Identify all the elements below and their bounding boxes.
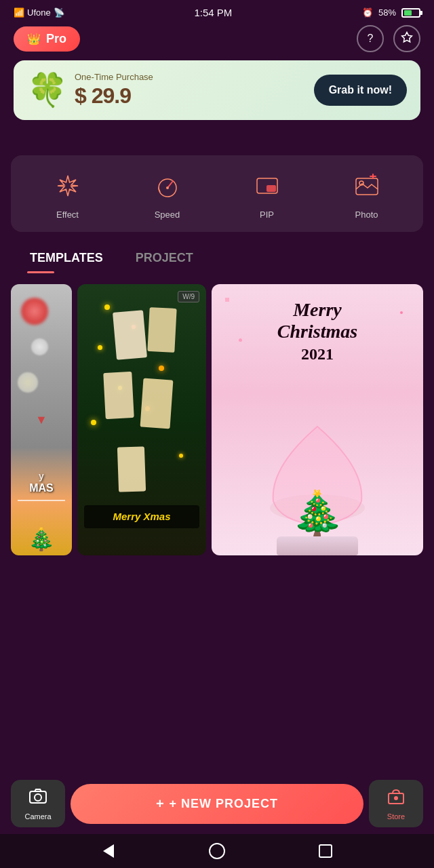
plus-icon: + <box>156 796 164 812</box>
action-effect[interactable]: Effect <box>50 167 86 220</box>
photo-icon <box>354 173 380 199</box>
store-button[interactable]: Store <box>369 780 423 827</box>
camera-icon <box>28 787 47 810</box>
alarm-icon: ⏰ <box>362 7 373 18</box>
pip-icon-wrap <box>249 167 285 204</box>
tab-project[interactable]: PROJECT <box>119 245 210 273</box>
promo-left: 🍀 One-Time Purchase $ 29.9 <box>27 71 153 109</box>
photo-icon-wrap <box>349 167 385 204</box>
top-icons: ? <box>357 25 420 52</box>
battery-fill <box>404 10 412 16</box>
template-card-2[interactable]: W/9 Merry Xmas <box>77 284 206 555</box>
card2-banner: Merry Xmas <box>84 505 199 528</box>
home-icon <box>209 843 225 859</box>
promo-banner: 🍀 One-Time Purchase $ 29.9 Grab it now! <box>14 60 420 120</box>
card2-caption: Merry Xmas <box>113 511 170 522</box>
pro-label: Pro <box>46 32 66 46</box>
card1-line <box>18 500 65 501</box>
promo-text-block: One-Time Purchase $ 29.9 <box>75 72 153 108</box>
back-button[interactable] <box>98 840 119 862</box>
pip-label: PIP <box>260 210 274 220</box>
quick-actions: Effect Speed PIP <box>11 155 423 232</box>
speed-label: Speed <box>155 210 180 220</box>
home-button[interactable] <box>206 840 228 862</box>
effect-icon-wrap <box>50 167 86 204</box>
signal-icon: 📶 <box>14 7 24 18</box>
bottom-nav: Camera + + NEW PROJECT Store <box>0 773 434 834</box>
svg-rect-4 <box>267 185 276 192</box>
camera-label: Camera <box>24 812 51 821</box>
store-icon <box>387 787 406 810</box>
status-right: ⏰ 58% <box>362 7 420 18</box>
pip-icon <box>254 173 280 199</box>
carrier-text: Ufone <box>27 7 51 18</box>
battery-percent: 58% <box>378 7 396 18</box>
action-pip[interactable]: PIP <box>249 167 285 220</box>
promo-title: One-Time Purchase <box>75 72 153 82</box>
card3-title-text: MerryChristmas <box>212 299 423 342</box>
tab-underline <box>27 271 54 273</box>
tabs-row: TEMPLATES PROJECT <box>0 245 434 273</box>
battery-icon <box>401 8 420 18</box>
promo-price: $ 29.9 <box>75 83 153 108</box>
template-thumb-2: W/9 Merry Xmas <box>77 284 206 555</box>
tab-templates-label: TEMPLATES <box>30 251 103 264</box>
pro-badge[interactable]: 👑 Pro <box>14 26 80 52</box>
clover-icon: 🍀 <box>27 71 68 109</box>
svg-point-11 <box>35 794 41 801</box>
camera-button[interactable]: Camera <box>11 780 65 827</box>
status-carrier: 📶 Ufone 📡 <box>14 7 64 18</box>
template-thumb-1: ▼ yMAS 🎄 <box>11 284 72 555</box>
speed-icon-wrap <box>149 167 186 204</box>
card1-tree: 🎄 <box>28 526 55 552</box>
top-bar: 👑 Pro ? <box>0 22 434 60</box>
status-time: 1:54 PM <box>194 7 232 18</box>
status-bar: 📶 Ufone 📡 1:54 PM ⏰ 58% <box>0 0 434 22</box>
speed-icon <box>155 173 180 199</box>
recents-icon <box>319 844 332 858</box>
card1-text: yMAS <box>11 470 72 494</box>
action-speed[interactable]: Speed <box>149 167 186 220</box>
recents-button[interactable] <box>315 840 336 862</box>
back-icon <box>103 844 114 858</box>
card3-dome: 🎄 <box>260 413 375 555</box>
help-icon: ? <box>368 33 374 45</box>
template-card-1[interactable]: ▼ yMAS 🎄 <box>11 284 72 555</box>
template-card-3[interactable]: MerryChristmas 2021 🎄 <box>212 284 423 555</box>
template-thumb-3: MerryChristmas 2021 🎄 <box>212 284 423 555</box>
card3-year: 2021 <box>212 345 423 363</box>
new-project-label: + NEW PROJECT <box>170 797 279 811</box>
photo-label: Photo <box>355 210 378 220</box>
effect-label: Effect <box>56 210 79 220</box>
tab-project-label: PROJECT <box>136 251 193 264</box>
effect-icon <box>55 173 81 199</box>
help-button[interactable]: ? <box>357 25 384 52</box>
templates-grid: ▼ yMAS 🎄 <box>0 284 434 555</box>
card2-badge: W/9 <box>178 291 199 302</box>
settings-icon <box>401 31 413 46</box>
tab-templates[interactable]: TEMPLATES <box>14 245 119 273</box>
android-nav-bar <box>0 834 434 868</box>
crown-icon: 👑 <box>27 33 41 45</box>
svg-point-2 <box>166 186 169 189</box>
settings-button[interactable] <box>393 25 420 52</box>
new-project-button[interactable]: + + NEW PROJECT <box>71 784 363 824</box>
card3-title: MerryChristmas 2021 <box>212 284 423 363</box>
wifi-icon: 📡 <box>54 7 64 18</box>
action-photo[interactable]: Photo <box>349 167 385 220</box>
store-label: Store <box>387 812 405 821</box>
svg-point-13 <box>395 797 397 800</box>
battery-tip <box>420 11 422 15</box>
svg-marker-0 <box>402 33 412 42</box>
grab-button[interactable]: Grab it now! <box>314 75 407 106</box>
